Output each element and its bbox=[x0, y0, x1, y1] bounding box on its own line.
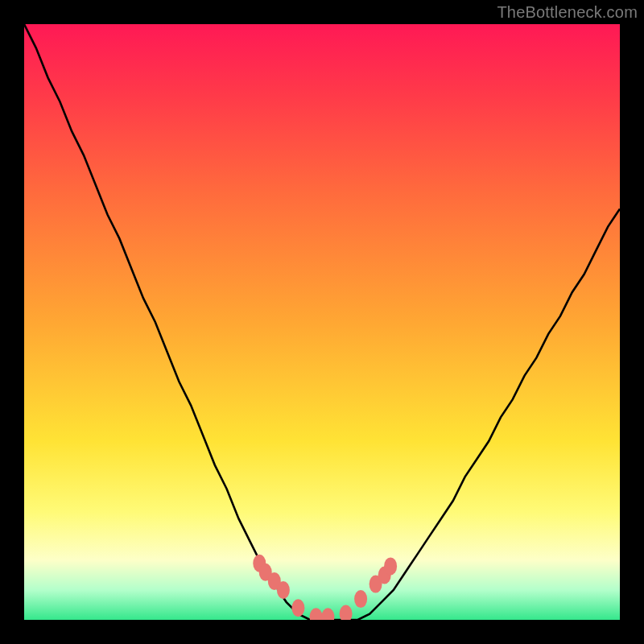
marker-point bbox=[354, 590, 367, 608]
marker-point bbox=[384, 557, 397, 575]
marker-point bbox=[321, 608, 334, 620]
marker-group bbox=[253, 555, 397, 620]
outer-frame: TheBottleneck.com bbox=[0, 0, 644, 644]
marker-point bbox=[340, 605, 353, 620]
plot-area bbox=[24, 24, 620, 620]
marker-point bbox=[291, 599, 304, 617]
curve-path bbox=[24, 24, 620, 620]
marker-point bbox=[277, 581, 290, 599]
marker-point bbox=[310, 608, 323, 620]
watermark-text: TheBottleneck.com bbox=[497, 3, 638, 22]
chart-svg bbox=[24, 24, 620, 620]
